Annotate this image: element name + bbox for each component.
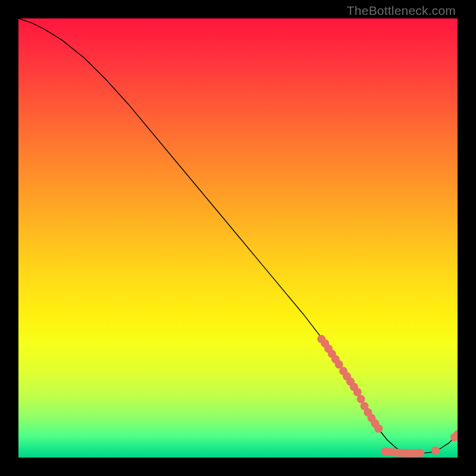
chart-frame: TheBottleneck.com — [0, 0, 476, 476]
plot-area — [18, 18, 458, 458]
marker-group — [317, 335, 458, 458]
watermark-text: TheBottleneck.com — [347, 4, 456, 18]
data-point — [374, 424, 383, 433]
chart-svg — [18, 18, 458, 458]
data-point — [416, 449, 424, 457]
data-point — [431, 446, 440, 455]
bottleneck-curve-line — [18, 18, 458, 453]
